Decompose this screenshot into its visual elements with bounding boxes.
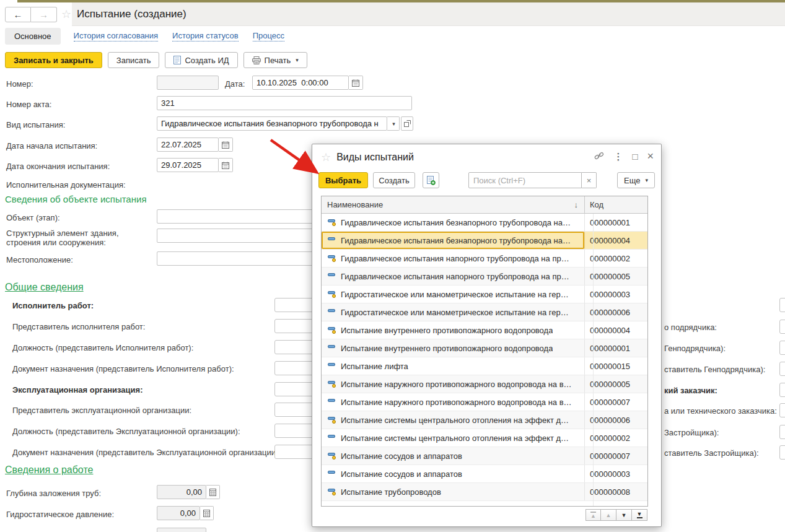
catalog-item-icon	[328, 326, 336, 334]
tab-link[interactable]: История статусов	[172, 31, 239, 41]
field-label: Документ назначения (представитель Испол…	[12, 364, 234, 373]
search-input[interactable]	[468, 172, 582, 188]
table-row[interactable]: Испытание системы центрального отопления…	[322, 411, 647, 429]
table-row[interactable]: Гидравлическое испытания безнапорного тр…	[322, 232, 647, 250]
section-title-general[interactable]: Общие сведения	[5, 282, 84, 293]
row-name-cell[interactable]: Испытание внутреннего противопожарного в…	[322, 321, 584, 339]
field-label-clipped: Генподрядчика):	[664, 344, 726, 353]
row-name-cell[interactable]: Гидростатическое или манометрическое исп…	[322, 303, 584, 321]
table-row[interactable]: Испытание наружного противопожарного вод…	[322, 375, 647, 393]
calendar-icon	[352, 79, 359, 87]
row-name-cell[interactable]: Гидравлическое испытания безнапорного тр…	[322, 214, 584, 231]
row-name-cell[interactable]: Испытание системы центрального отопления…	[322, 429, 584, 447]
tab-links: История согласованияИстория статусовПроц…	[74, 31, 284, 41]
hydrostatic-pressure-field[interactable]	[157, 506, 200, 520]
test-type-open-button[interactable]	[401, 116, 413, 131]
tab-link[interactable]: История согласования	[74, 31, 159, 41]
table-row[interactable]: Испытание системы центрального отопления…	[322, 429, 647, 447]
date-calendar-button[interactable]	[349, 76, 363, 90]
start-date-calendar-button[interactable]	[219, 137, 233, 152]
more-button[interactable]: Еще ▾	[617, 172, 655, 188]
date-field[interactable]	[252, 76, 349, 90]
test-type-dropdown-button[interactable]: ▾	[387, 116, 400, 131]
table-row[interactable]: Испытание внутреннего противопожарного в…	[322, 339, 647, 357]
bar-icon	[637, 517, 642, 518]
section-title-work[interactable]: Сведения о работе	[5, 464, 93, 476]
test-type-field[interactable]	[157, 116, 387, 131]
row-name-cell[interactable]: Испытание трубопроводов	[322, 483, 584, 500]
text-field[interactable]	[779, 403, 785, 417]
go-to-first-button[interactable]: ▲	[585, 509, 601, 521]
create-new-group-button[interactable]	[423, 172, 439, 188]
select-button[interactable]: Выбрать	[318, 172, 368, 188]
number-field[interactable]	[157, 76, 219, 90]
row-name: Испытание наружного противопожарного вод…	[341, 398, 572, 407]
link-icon[interactable]	[594, 152, 604, 160]
text-field[interactable]	[779, 425, 785, 439]
table-row[interactable]: Испытание трубопроводов000000008	[322, 483, 647, 501]
go-to-last-button[interactable]: ▼	[632, 509, 647, 521]
row-name-cell[interactable]: Гидравлическое испытания напорного трубо…	[322, 250, 584, 267]
favorite-star-icon[interactable]: ☆	[61, 7, 71, 21]
column-header-name[interactable]: Наименование ↓	[322, 200, 584, 209]
table-row[interactable]: Гидравлическое испытания безнапорного тр…	[322, 214, 647, 232]
create-button[interactable]: Создать	[373, 172, 415, 188]
text-field[interactable]	[779, 445, 785, 460]
save-and-close-button[interactable]: Записать и закрыть	[5, 52, 102, 68]
table-row[interactable]: Испытание лифта000000015	[322, 357, 647, 375]
column-header-code[interactable]: Код	[584, 196, 647, 214]
start-date-field[interactable]	[157, 137, 219, 152]
row-name-cell[interactable]: Испытание системы центрального отопления…	[322, 411, 584, 429]
text-field[interactable]	[779, 383, 785, 397]
table-row[interactable]: Испытание сосудов и аппаратов000000003	[322, 465, 647, 483]
row-name: Гидростатическое или манометрическое исп…	[341, 308, 569, 317]
table-row[interactable]: Гидравлическое испытания напорного трубо…	[322, 250, 647, 268]
table-row[interactable]: Испытание внутреннего противопожарного в…	[322, 321, 647, 339]
more-menu-icon[interactable]: ⋮	[613, 152, 623, 161]
back-button[interactable]: ←	[5, 7, 31, 22]
text-field[interactable]	[779, 341, 785, 355]
partial-bottom-field[interactable]	[157, 528, 206, 532]
text-field[interactable]	[779, 320, 785, 334]
hydrostatic-pressure-calc-button[interactable]	[200, 506, 214, 520]
close-icon[interactable]: ×	[647, 150, 654, 162]
table-row[interactable]: Испытание сосудов и аппаратов000000007	[322, 447, 647, 465]
tab-main[interactable]: Основное	[5, 28, 61, 45]
row-name-cell[interactable]: Гидростатическое или манометрическое исп…	[322, 286, 584, 303]
save-button[interactable]: Записать	[108, 52, 160, 68]
table-row[interactable]: Испытание наружного противопожарного вод…	[322, 393, 647, 411]
favorite-star-icon[interactable]: ☆	[321, 150, 331, 164]
text-field[interactable]	[779, 362, 785, 376]
create-id-button[interactable]: Создать ИД	[165, 52, 237, 68]
pipe-depth-calc-button[interactable]	[206, 485, 220, 499]
field-label: Должность (представитель Исполнителя раб…	[12, 343, 193, 352]
end-date-field[interactable]	[157, 158, 219, 172]
row-name-cell[interactable]: Гидравлическое испытания напорного трубо…	[322, 268, 584, 285]
print-button[interactable]: Печать ▾	[243, 52, 307, 68]
tab-link[interactable]: Процесс	[253, 31, 284, 41]
triangle-down-icon: ▼	[637, 512, 642, 517]
row-name: Гидравлическое испытания безнапорного тр…	[341, 236, 571, 245]
row-name: Гидравлическое испытания напорного трубо…	[341, 254, 569, 263]
table-row[interactable]: Гидростатическое или манометрическое исп…	[322, 286, 647, 303]
row-name-cell[interactable]: Испытание наружного противопожарного вод…	[322, 393, 584, 411]
column-code-label: Код	[590, 200, 603, 209]
next-page-button[interactable]: ▼	[616, 509, 632, 521]
table-row[interactable]: Гидростатическое или манометрическое исп…	[322, 303, 647, 321]
row-name-cell[interactable]: Испытание наружного противопожарного вод…	[322, 375, 584, 393]
row-name-cell[interactable]: Испытание лифта	[322, 357, 584, 375]
row-name-cell[interactable]: Испытание сосудов и аппаратов	[322, 465, 584, 482]
table-row[interactable]: Гидравлическое испытания напорного трубо…	[322, 268, 647, 286]
search-clear-button[interactable]: ×	[582, 172, 597, 188]
row-name-cell[interactable]: Испытание внутреннего противопожарного в…	[322, 339, 584, 357]
text-field[interactable]	[779, 298, 785, 312]
act-number-field[interactable]	[157, 96, 412, 110]
row-name-cell[interactable]: Гидравлическое испытания безнапорного тр…	[322, 232, 584, 249]
end-date-calendar-button[interactable]	[219, 158, 233, 172]
row-name-cell[interactable]: Испытание сосудов и аппаратов	[322, 447, 584, 464]
maximize-icon[interactable]: □	[632, 152, 638, 161]
forward-button[interactable]: →	[31, 7, 57, 22]
row-name: Гидростатическое или манометрическое исп…	[341, 290, 569, 299]
previous-page-button[interactable]: ▲	[601, 509, 616, 521]
pipe-depth-field[interactable]	[157, 485, 206, 499]
